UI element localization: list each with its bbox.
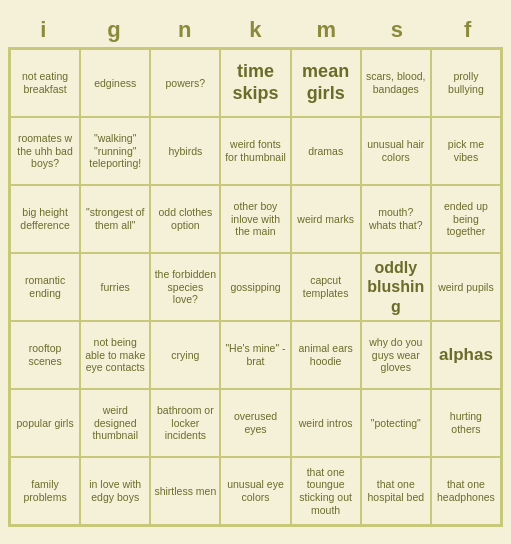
bingo-cell[interactable]: weird designed thumbnail — [80, 389, 150, 457]
bingo-grid: not eating breakfastedginesspowers?time … — [8, 47, 503, 527]
bingo-cell[interactable]: big height defference — [10, 185, 80, 253]
title-letter-f: f — [434, 17, 502, 43]
bingo-cell[interactable]: hurting others — [431, 389, 501, 457]
title-letter-k: k — [221, 17, 289, 43]
bingo-cell[interactable]: "walking" "running" teleporting! — [80, 117, 150, 185]
bingo-cell[interactable]: rooftop scenes — [10, 321, 80, 389]
bingo-cell[interactable]: overused eyes — [220, 389, 290, 457]
title-letter-n: n — [151, 17, 219, 43]
bingo-cell[interactable]: ended up being together — [431, 185, 501, 253]
bingo-cell[interactable]: not being able to make eye contacts — [80, 321, 150, 389]
bingo-cell[interactable]: roomates w the uhh bad boys? — [10, 117, 80, 185]
bingo-cell[interactable]: furries — [80, 253, 150, 321]
bingo-title: i g n k m s f — [8, 17, 503, 43]
bingo-cell[interactable]: popular girls — [10, 389, 80, 457]
bingo-cell[interactable]: alphas — [431, 321, 501, 389]
bingo-cell[interactable]: weird marks — [291, 185, 361, 253]
bingo-cell[interactable]: romantic ending — [10, 253, 80, 321]
bingo-cell[interactable]: edginess — [80, 49, 150, 117]
bingo-cell[interactable]: unusual hair colors — [361, 117, 431, 185]
bingo-cell[interactable]: hybirds — [150, 117, 220, 185]
bingo-cell[interactable]: odd clothes option — [150, 185, 220, 253]
bingo-cell[interactable]: family problems — [10, 457, 80, 525]
bingo-cell[interactable]: that one headphones — [431, 457, 501, 525]
bingo-cell[interactable]: scars, blood, bandages — [361, 49, 431, 117]
bingo-cell[interactable]: unusual eye colors — [220, 457, 290, 525]
bingo-card: i g n k m s f not eating breakfastedgine… — [0, 9, 511, 535]
bingo-cell[interactable]: shirtless men — [150, 457, 220, 525]
title-letter-m: m — [292, 17, 360, 43]
bingo-cell[interactable]: dramas — [291, 117, 361, 185]
bingo-cell[interactable]: that one hospital bed — [361, 457, 431, 525]
bingo-cell[interactable]: weird fonts for thumbnail — [220, 117, 290, 185]
bingo-cell[interactable]: time skips — [220, 49, 290, 117]
bingo-cell[interactable]: in love with edgy boys — [80, 457, 150, 525]
title-letter-g: g — [80, 17, 148, 43]
bingo-cell[interactable]: prolly bullying — [431, 49, 501, 117]
bingo-cell[interactable]: gossipping — [220, 253, 290, 321]
bingo-cell[interactable]: "He's mine" -brat — [220, 321, 290, 389]
bingo-cell[interactable]: the forbidden species love? — [150, 253, 220, 321]
bingo-cell[interactable]: crying — [150, 321, 220, 389]
bingo-cell[interactable]: mouth? whats that? — [361, 185, 431, 253]
bingo-cell[interactable]: "potecting" — [361, 389, 431, 457]
bingo-cell[interactable]: mean girls — [291, 49, 361, 117]
bingo-cell[interactable]: capcut templates — [291, 253, 361, 321]
bingo-cell[interactable]: pick me vibes — [431, 117, 501, 185]
bingo-cell[interactable]: powers? — [150, 49, 220, 117]
bingo-cell[interactable]: not eating breakfast — [10, 49, 80, 117]
title-letter-i: i — [9, 17, 77, 43]
bingo-cell[interactable]: weird pupils — [431, 253, 501, 321]
bingo-cell[interactable]: oddly blushing — [361, 253, 431, 321]
bingo-cell[interactable]: why do you guys wear gloves — [361, 321, 431, 389]
title-letter-s: s — [363, 17, 431, 43]
bingo-cell[interactable]: other boy inlove with the main — [220, 185, 290, 253]
bingo-cell[interactable]: that one toungue sticking out mouth — [291, 457, 361, 525]
bingo-cell[interactable]: weird intros — [291, 389, 361, 457]
bingo-cell[interactable]: animal ears hoodie — [291, 321, 361, 389]
bingo-cell[interactable]: bathroom or locker incidents — [150, 389, 220, 457]
bingo-cell[interactable]: "strongest of them all" — [80, 185, 150, 253]
